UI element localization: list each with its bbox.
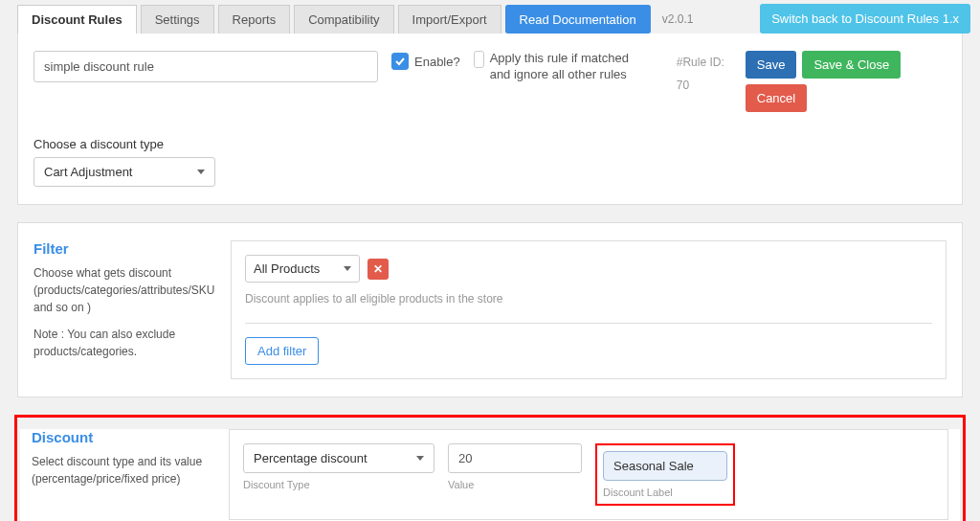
close-icon: ✕ [373,262,383,276]
chevron-down-icon [416,456,424,461]
filter-select[interactable]: All Products [245,255,360,283]
rule-id-value: 70 [677,74,724,97]
filter-desc1: Choose what gets discount (products/cate… [33,264,215,316]
apply-rule-checkbox[interactable] [474,51,484,68]
discount-panel: Discount Select discount type and its va… [20,429,960,521]
tab-import-export[interactable]: Import/Export [398,5,501,34]
divider [245,323,932,324]
discount-type-sublabel: Discount Type [243,479,434,490]
discount-type-select[interactable]: Cart Adjustment [33,157,215,187]
filter-desc2: Note : You can also exclude products/cat… [33,326,215,360]
check-icon [394,56,406,67]
rule-id-block: #Rule ID: 70 [677,51,724,97]
discount-body: Percentage discount Discount Type Value … [229,429,948,520]
tab-read-documentation[interactable]: Read Documentation [505,5,651,34]
tab-discount-rules[interactable]: Discount Rules [17,5,137,34]
discount-type-value2: Percentage discount [254,451,368,465]
filter-delete-button[interactable]: ✕ [368,259,389,280]
enable-label: Enable? [414,55,460,69]
discount-label-input[interactable] [603,451,727,481]
cancel-button[interactable]: Cancel [746,84,807,112]
discount-label-highlight: Discount Label [595,443,735,506]
tab-settings[interactable]: Settings [141,5,214,34]
rule-id-label: #Rule ID: [677,51,724,74]
discount-label-sublabel: Discount Label [603,487,727,498]
version-label: v2.0.1 [662,12,694,26]
add-filter-button[interactable]: Add filter [245,337,319,365]
filter-panel: Filter Choose what gets discount (produc… [17,222,963,397]
filter-body: All Products ✕ Discount applies to all e… [231,240,947,379]
tab-reports[interactable]: Reports [218,5,291,34]
discount-highlight: Discount Select discount type and its va… [14,415,966,521]
enable-checkbox[interactable] [391,53,409,70]
discount-type-value: Cart Adjustment [44,165,133,179]
filter-hint: Discount applies to all eligible product… [245,292,932,306]
discount-type-label: Choose a discount type [33,137,947,151]
discount-type-select2[interactable]: Percentage discount [243,443,434,473]
chevron-down-icon [344,266,351,271]
tab-compatibility[interactable]: Compatibility [294,5,393,34]
save-close-button[interactable]: Save & Close [802,51,901,79]
discount-value-input[interactable] [448,443,582,473]
rule-header-panel: Enable? Apply this rule if matched and i… [17,34,963,205]
chevron-down-icon [197,170,205,174]
rule-name-input[interactable] [33,51,378,82]
discount-title: Discount [32,429,213,445]
filter-select-value: All Products [254,261,320,276]
tab-bar: Discount Rules Settings Reports Compatib… [0,0,980,34]
discount-value-sublabel: Value [448,479,582,490]
switchback-button[interactable]: Switch back to Discount Rules 1.x [760,4,970,34]
discount-desc: Select discount type and its value (perc… [32,453,213,487]
save-button[interactable]: Save [746,51,797,79]
filter-title: Filter [33,240,215,257]
apply-rule-label: Apply this rule if matched and ignore al… [490,51,646,83]
